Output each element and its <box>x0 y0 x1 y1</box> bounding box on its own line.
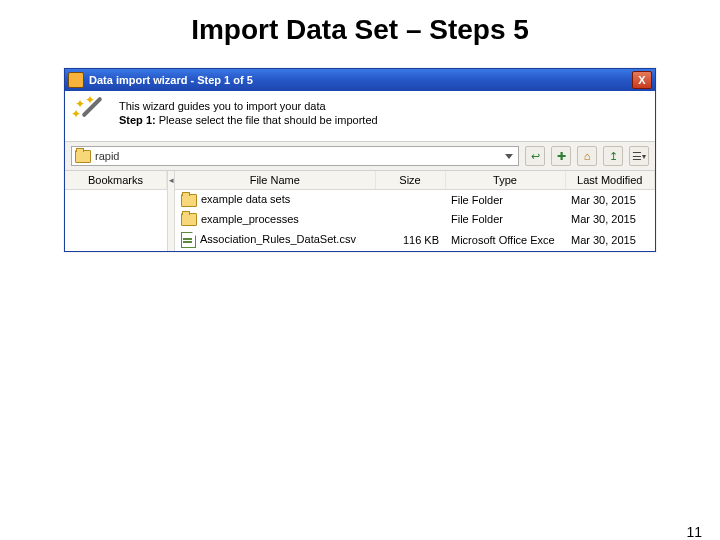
column-type[interactable]: Type <box>445 171 565 190</box>
chevron-down-icon[interactable] <box>505 154 513 159</box>
wizard-step-label: Step 1: <box>119 114 156 126</box>
cell-filename: example data sets <box>201 193 290 205</box>
file-browser: Bookmarks ◂ File Name Size Type Last Mod… <box>65 171 655 251</box>
slide-title: Import Data Set – Steps 5 <box>0 14 720 46</box>
app-icon <box>68 72 84 88</box>
column-size[interactable]: Size <box>375 171 445 190</box>
path-dropdown[interactable]: rapid <box>71 146 519 166</box>
new-folder-icon[interactable]: ✚ <box>551 146 571 166</box>
wizard-window: Data import wizard - Step 1 of 5 X ✦✦✦ T… <box>64 68 656 252</box>
cell-modified: Mar 30, 2015 <box>565 229 655 251</box>
column-modified[interactable]: Last Modified <box>565 171 655 190</box>
wizard-wand-icon: ✦✦✦ <box>75 99 109 133</box>
path-toolbar: rapid ↩ ✚ ⌂ ↥ ☰▾ <box>65 142 655 171</box>
cell-filename: Association_Rules_DataSet.csv <box>200 233 356 245</box>
back-icon[interactable]: ↩ <box>525 146 545 166</box>
cell-size: 116 KB <box>375 229 445 251</box>
home-icon[interactable]: ⌂ <box>577 146 597 166</box>
table-row[interactable]: Association_Rules_DataSet.csv 116 KB Mic… <box>175 229 655 251</box>
wizard-step-text: Please select the file that should be im… <box>156 114 378 126</box>
cell-type: Microsoft Office Exce <box>445 229 565 251</box>
folder-icon <box>181 194 197 207</box>
path-value: rapid <box>95 150 499 162</box>
table-row[interactable]: example data sets File Folder Mar 30, 20… <box>175 190 655 210</box>
title-bar[interactable]: Data import wizard - Step 1 of 5 X <box>65 69 655 91</box>
page-number: 11 <box>686 524 702 540</box>
window-title: Data import wizard - Step 1 of 5 <box>89 74 632 86</box>
excel-file-icon <box>181 232 196 248</box>
cell-modified: Mar 30, 2015 <box>565 210 655 230</box>
close-icon[interactable]: X <box>632 71 652 89</box>
column-filename[interactable]: File Name <box>175 171 375 190</box>
up-icon[interactable]: ↥ <box>603 146 623 166</box>
cell-filename: example_processes <box>201 213 299 225</box>
folder-icon <box>181 213 197 226</box>
cell-modified: Mar 30, 2015 <box>565 190 655 210</box>
column-bookmarks[interactable]: Bookmarks <box>65 171 167 190</box>
cell-type: File Folder <box>445 210 565 230</box>
cell-size <box>375 210 445 230</box>
pane-splitter[interactable]: ◂ <box>168 171 175 251</box>
table-row[interactable]: example_processes File Folder Mar 30, 20… <box>175 210 655 230</box>
cell-size <box>375 190 445 210</box>
wizard-intro: This wizard guides you to import your da… <box>119 99 378 113</box>
folder-icon <box>75 150 91 163</box>
cell-type: File Folder <box>445 190 565 210</box>
view-icon[interactable]: ☰▾ <box>629 146 649 166</box>
wizard-header: ✦✦✦ This wizard guides you to import you… <box>65 91 655 142</box>
